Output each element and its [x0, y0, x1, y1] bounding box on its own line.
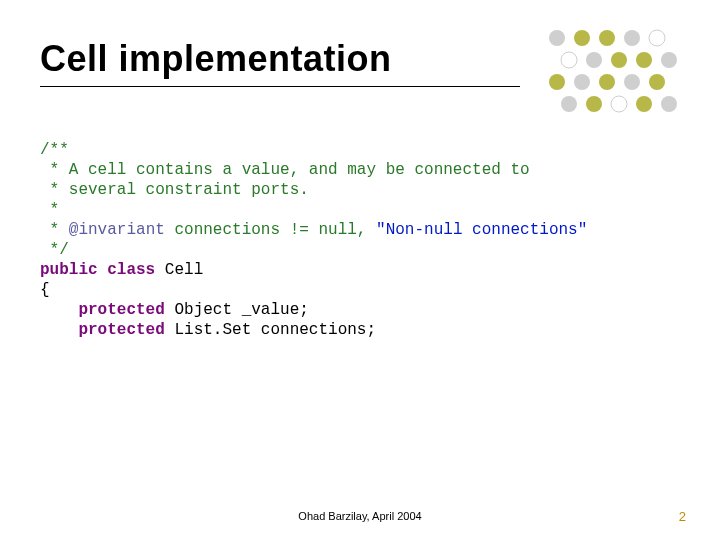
title-underline: [40, 86, 520, 87]
code-plain: List.Set connections;: [165, 321, 376, 339]
code-line: {: [40, 281, 50, 299]
svg-point-9: [661, 52, 677, 68]
code-annotation: @invariant: [69, 221, 165, 239]
code-line: *: [40, 201, 59, 219]
code-line: * A cell contains a value, and may be co…: [40, 161, 530, 179]
title-block: Cell implementation: [40, 38, 660, 87]
code-line-mid: connections != null,: [165, 221, 376, 239]
code-plain: Object _value;: [165, 301, 309, 319]
code-indent: [40, 301, 78, 319]
svg-point-15: [561, 96, 577, 112]
page-number: 2: [679, 509, 686, 524]
code-keyword: protected: [78, 301, 164, 319]
code-plain: Cell: [155, 261, 203, 279]
code-line: * several constraint ports.: [40, 181, 309, 199]
code-indent: [40, 321, 78, 339]
slide-title: Cell implementation: [40, 38, 660, 80]
code-line: /**: [40, 141, 69, 159]
svg-point-17: [611, 96, 627, 112]
code-line: */: [40, 241, 69, 259]
code-keyword: public class: [40, 261, 155, 279]
svg-point-16: [586, 96, 602, 112]
code-line-star: *: [40, 221, 69, 239]
footer-text: Ohad Barzilay, April 2004: [0, 510, 720, 522]
slide: Cell implementation /** * A cell contain…: [0, 0, 720, 540]
code-block: /** * A cell contains a value, and may b…: [40, 140, 680, 340]
svg-point-18: [636, 96, 652, 112]
svg-point-19: [661, 96, 677, 112]
code-string: "Non-null connections": [376, 221, 587, 239]
code-keyword: protected: [78, 321, 164, 339]
